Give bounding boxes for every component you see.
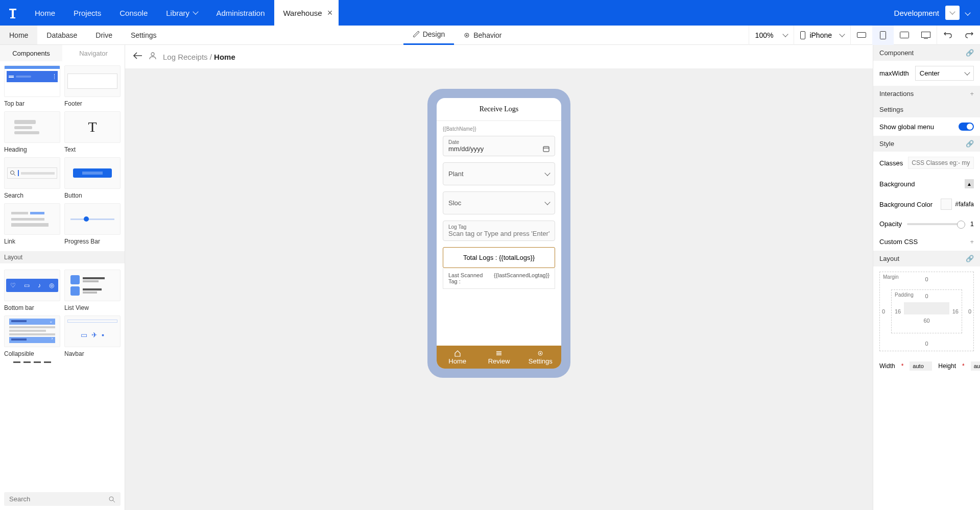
tab-components[interactable]: Components: [0, 45, 62, 61]
calendar-icon: [543, 145, 549, 152]
svg-rect-9: [922, 32, 930, 37]
phone-title: Receive Logs: [437, 98, 561, 121]
show-global-menu-row: Show global menu: [873, 117, 980, 136]
desktop-icon[interactable]: [915, 26, 937, 45]
background-row: Background ▲: [873, 174, 980, 193]
svg-point-11: [11, 171, 14, 175]
last-scanned-row: Last Scanned Tag : {{lastScannedLogtag}}: [443, 268, 555, 289]
plant-select[interactable]: Plant: [443, 162, 555, 185]
nav-console[interactable]: Console: [110, 0, 157, 26]
global-menu-toggle[interactable]: [959, 123, 974, 131]
component-footer[interactable]: Footer: [64, 65, 121, 107]
width-input[interactable]: [910, 361, 932, 371]
classes-input[interactable]: [908, 157, 974, 169]
history-icons: [937, 26, 980, 45]
svg-rect-0: [9, 9, 16, 10]
sloc-select[interactable]: Sloc: [443, 191, 555, 214]
svg-point-4: [466, 34, 468, 36]
width-height-row: Width* Height*: [873, 356, 980, 376]
mode-design[interactable]: Design: [403, 26, 455, 45]
mode-behavior[interactable]: Behavior: [454, 26, 511, 45]
portrait-tablet-icon[interactable]: [872, 26, 894, 45]
user-avatar[interactable]: [945, 6, 960, 20]
component-link[interactable]: Link: [4, 203, 60, 245]
section-layout: Layout: [0, 251, 125, 263]
redo-button[interactable]: [959, 26, 980, 45]
phone-icon: [800, 31, 805, 39]
height-input[interactable]: [971, 361, 980, 371]
section-layout: Layout 🔗: [873, 251, 980, 266]
image-icon[interactable]: ▲: [965, 179, 974, 188]
bottom-tab-settings[interactable]: Settings: [520, 346, 561, 369]
main-topbar: Home Projects Console Library Administra…: [0, 0, 980, 26]
phone-frame: Receive Logs {{BatchName}} Date mm/dd/yy…: [427, 89, 570, 378]
add-interaction-button[interactable]: +: [970, 90, 974, 98]
responsive-icons: [850, 26, 937, 45]
color-swatch[interactable]: [941, 199, 952, 210]
svg-point-13: [109, 497, 113, 501]
search-input[interactable]: [9, 495, 108, 503]
component-more[interactable]: [4, 361, 60, 372]
svg-rect-6: [857, 33, 866, 38]
landscape-tablet-icon[interactable]: [894, 26, 915, 45]
opacity-slider[interactable]: [907, 223, 965, 225]
maxwidth-select[interactable]: Center: [915, 66, 974, 81]
section-interactions: Interactions +: [873, 86, 980, 102]
link-icon[interactable]: 🔗: [966, 255, 974, 262]
logtag-input[interactable]: [448, 230, 549, 237]
component-text[interactable]: T Text: [64, 111, 121, 153]
component-heading[interactable]: Heading: [4, 111, 60, 153]
component-button[interactable]: Button: [64, 157, 121, 199]
component-collapsible[interactable]: ⌄› Collapsible: [4, 315, 60, 357]
bottom-tab-home[interactable]: Home: [437, 346, 478, 369]
back-button[interactable]: [133, 52, 142, 61]
left-panel-tabs: Components Navigator: [0, 45, 125, 61]
chevron-down-icon[interactable]: [966, 9, 970, 16]
tab-navigator[interactable]: Navigator: [62, 45, 125, 61]
zoom-select[interactable]: 100%: [749, 26, 794, 45]
component-search[interactable]: Search: [4, 157, 60, 199]
search-icon: [108, 496, 115, 503]
box-model[interactable]: Margin 0 0 0 Padding 0 16 16 60 0: [879, 272, 974, 351]
nav-projects[interactable]: Projects: [64, 0, 110, 26]
undo-button[interactable]: [937, 26, 959, 45]
component-topbar[interactable]: Top bar: [4, 65, 60, 107]
canvas-header: Log Receipts / Home: [125, 45, 873, 68]
component-bottombar[interactable]: ♡▭♪◎ Bottom bar: [4, 270, 60, 311]
svg-point-15: [151, 53, 154, 56]
left-panel: Components Navigator Top bar Footer Head…: [0, 45, 125, 510]
bottom-tab-review[interactable]: Review: [478, 346, 519, 369]
nav-home[interactable]: Home: [26, 0, 64, 26]
nav-library[interactable]: Library: [157, 0, 207, 26]
tab-home[interactable]: Home: [0, 26, 37, 44]
nav-administration[interactable]: Administration: [207, 0, 274, 26]
component-navbar[interactable]: ▭✈▪ Navbar: [64, 315, 121, 357]
component-listview[interactable]: List View: [64, 270, 121, 311]
phone-screen[interactable]: Receive Logs {{BatchName}} Date mm/dd/yy…: [437, 98, 561, 369]
home-icon: [454, 350, 461, 357]
logo[interactable]: [0, 0, 26, 26]
gear-icon: [537, 350, 544, 357]
tab-database[interactable]: Database: [37, 26, 86, 44]
svg-rect-16: [543, 147, 549, 152]
nav-warehouse-tab[interactable]: Warehouse ×: [274, 0, 339, 26]
user-icon: [149, 52, 157, 62]
landscape-phone-icon[interactable]: [851, 26, 872, 45]
section-style: Style 🔗: [873, 136, 980, 152]
tab-settings[interactable]: Settings: [122, 26, 166, 44]
env-label: Development: [894, 9, 939, 17]
breadcrumb: Log Receipts / Home: [163, 53, 235, 61]
link-icon[interactable]: 🔗: [966, 49, 974, 57]
add-css-button[interactable]: +: [970, 238, 974, 246]
component-progress[interactable]: Progress Bar: [64, 203, 121, 245]
date-field[interactable]: Date mm/dd/yyyy: [443, 136, 555, 156]
logtag-field[interactable]: Log Tag: [443, 221, 555, 241]
svg-rect-1: [12, 10, 14, 17]
tab-drive[interactable]: Drive: [86, 26, 122, 44]
canvas-body[interactable]: Receive Logs {{BatchName}} Date mm/dd/yy…: [125, 68, 873, 510]
device-select[interactable]: iPhone: [794, 26, 850, 45]
batch-name: {{BatchName}}: [443, 126, 555, 132]
link-icon[interactable]: 🔗: [966, 140, 974, 148]
close-icon[interactable]: ×: [327, 8, 333, 18]
maxwidth-row: maxWidth Center: [873, 61, 980, 86]
